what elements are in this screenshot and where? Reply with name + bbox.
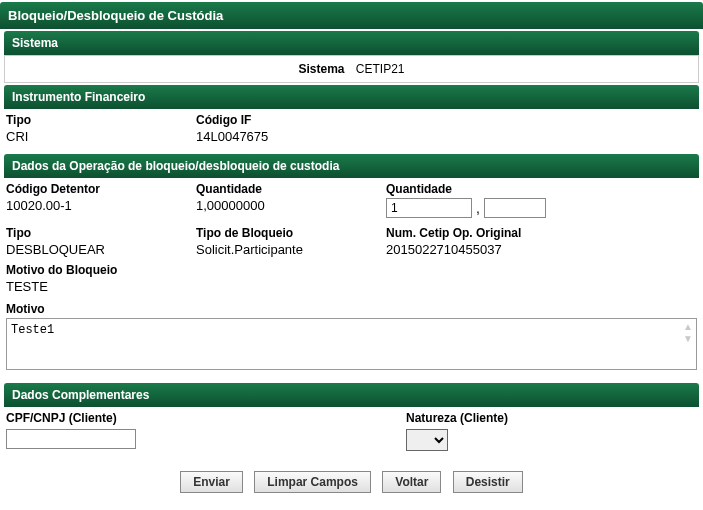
num-cetip-value: 2015022710455037 <box>386 242 646 261</box>
quantidade-label: Quantidade <box>196 182 366 198</box>
section-instrumento-body: Tipo CRI Código IF 14L0047675 <box>0 109 703 152</box>
sistema-label: Sistema <box>298 62 344 76</box>
page-title: Bloqueio/Desbloqueio de Custódia <box>8 8 223 23</box>
codigoif-value: 14L0047675 <box>196 129 366 148</box>
motivo-label: Motivo <box>6 302 697 318</box>
codigoif-label: Código IF <box>196 113 366 129</box>
voltar-button[interactable]: Voltar <box>382 471 441 493</box>
textarea-scroll-icon: ▲▼ <box>683 322 693 344</box>
desistir-button[interactable]: Desistir <box>453 471 523 493</box>
tipo-value: CRI <box>6 129 176 148</box>
codigo-detentor-label: Código Detentor <box>6 182 176 198</box>
tipo-bloqueio-value: Solicit.Participante <box>196 242 366 261</box>
button-row: Enviar Limpar Campos Voltar Desistir <box>0 459 703 499</box>
codigo-detentor-value: 10020.00-1 <box>6 198 176 217</box>
section-complementares-header: Dados Complementares <box>4 383 699 407</box>
cpf-label: CPF/CNPJ (Cliente) <box>6 411 406 427</box>
quantity-decimal-separator: , <box>472 200 484 216</box>
quantidade-int-input[interactable] <box>386 198 472 218</box>
sistema-value: CETIP21 <box>356 62 405 76</box>
section-sistema-body: Sistema CETIP21 <box>4 55 699 83</box>
quantidade-dec-input[interactable] <box>484 198 546 218</box>
section-operacao-header: Dados da Operação de bloqueio/desbloquei… <box>4 154 699 178</box>
enviar-button[interactable]: Enviar <box>180 471 243 493</box>
section-sistema-header: Sistema <box>4 31 699 55</box>
natureza-label: Natureza (Cliente) <box>406 411 697 427</box>
section-complementares-body: CPF/CNPJ (Cliente) Natureza (Cliente) <box>0 407 703 459</box>
tipo-bloqueio-label: Tipo de Bloqueio <box>196 226 366 242</box>
motivo-textarea[interactable] <box>6 318 697 370</box>
section-operacao-body: Código Detentor 10020.00-1 Quantidade 1,… <box>0 178 703 381</box>
cpf-input[interactable] <box>6 429 136 449</box>
quantidade-input-label: Quantidade <box>386 182 646 198</box>
quantidade-value: 1,00000000 <box>196 198 366 217</box>
tipo-op-label: Tipo <box>6 226 176 242</box>
natureza-select[interactable] <box>406 429 448 451</box>
page-title-bar: Bloqueio/Desbloqueio de Custódia <box>0 2 703 29</box>
num-cetip-label: Num. Cetip Op. Original <box>386 226 646 242</box>
limpar-campos-button[interactable]: Limpar Campos <box>254 471 371 493</box>
motivo-bloqueio-value: TESTE <box>6 279 697 298</box>
tipo-label: Tipo <box>6 113 176 129</box>
tipo-op-value: DESBLOQUEAR <box>6 242 176 261</box>
motivo-bloqueio-label: Motivo do Bloqueio <box>6 263 697 279</box>
section-instrumento-header: Instrumento Financeiro <box>4 85 699 109</box>
